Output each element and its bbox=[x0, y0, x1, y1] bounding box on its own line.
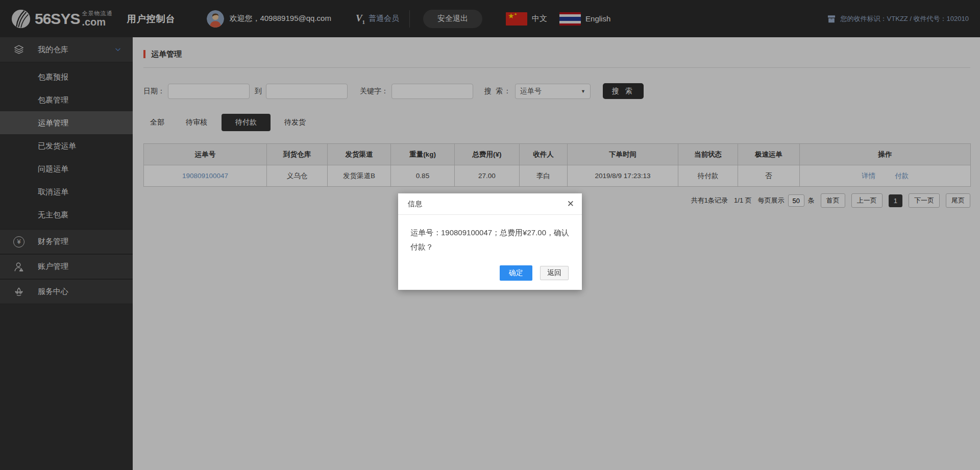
modal-header: 信息 ✕ bbox=[398, 193, 582, 215]
payment-confirm-dialog: 信息 ✕ 运单号：190809100047；总费用¥27.00，确认付款？ 确定… bbox=[398, 193, 582, 290]
modal-message: 运单号：190809100047；总费用¥27.00，确认付款？ bbox=[398, 215, 582, 258]
modal-title: 信息 bbox=[408, 200, 422, 209]
close-icon[interactable]: ✕ bbox=[567, 200, 574, 208]
back-button[interactable]: 返回 bbox=[540, 266, 569, 280]
modal-footer: 确定 返回 bbox=[398, 258, 582, 290]
confirm-button[interactable]: 确定 bbox=[500, 265, 532, 281]
